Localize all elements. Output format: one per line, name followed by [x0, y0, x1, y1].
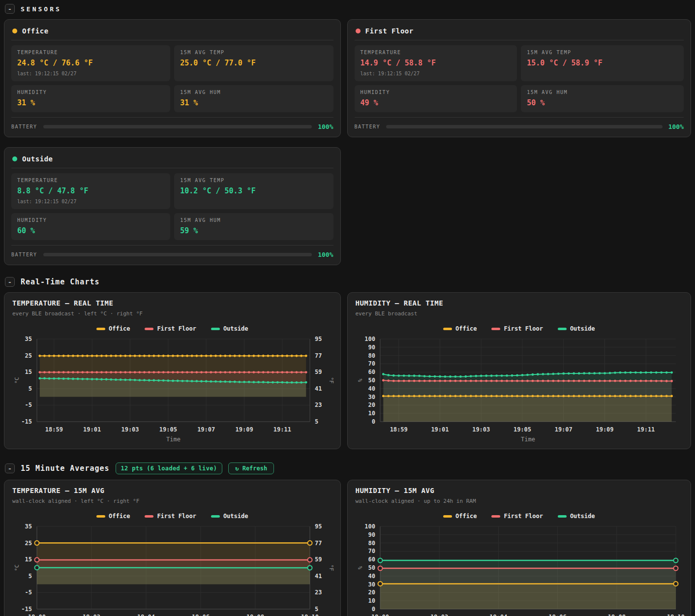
legend-item[interactable]: First Floor — [491, 325, 543, 332]
svg-text:40: 40 — [368, 573, 375, 580]
legend-item[interactable]: Outside — [211, 513, 248, 520]
svg-text:30: 30 — [368, 394, 375, 400]
humidity-avg-chart-card: HUMIDITY — 15M AVG wall-clock aligned · … — [347, 480, 691, 616]
metric-tiles: TEMPERATURE 8.8 °C / 47.8 °F last: 19:12… — [11, 173, 333, 240]
svg-text:0: 0 — [371, 418, 375, 425]
svg-text:19:04: 19:04 — [489, 614, 507, 616]
svg-text:15: 15 — [25, 556, 32, 563]
svg-text:80: 80 — [368, 540, 375, 547]
svg-text:100: 100 — [364, 523, 375, 530]
legend-label: Office — [109, 325, 130, 332]
humidity-realtime-chart: 100908070605040302010018:5919:0119:0319:… — [356, 335, 683, 444]
svg-text:95: 95 — [315, 336, 322, 342]
temperature-label: TEMPERATURE — [17, 50, 164, 55]
temperature-label: TEMPERATURE — [361, 50, 512, 55]
realtime-collapse-button[interactable]: - — [5, 277, 15, 287]
svg-text:-15: -15 — [21, 418, 32, 425]
sensors-section-header: - SENSORS — [5, 4, 691, 14]
legend-item[interactable]: Office — [96, 513, 130, 520]
divider — [11, 168, 333, 168]
legend-swatch — [491, 515, 500, 518]
points-count-badge: 12 pts (6 loaded + 6 live) — [116, 462, 223, 474]
battery-percent: 100% — [318, 123, 333, 130]
svg-text:19:08: 19:08 — [246, 614, 264, 616]
svg-text:41: 41 — [315, 385, 322, 392]
legend-swatch — [145, 328, 153, 330]
temp-avg-chart-card: TEMPERATURE — 15M AVG wall-clock aligned… — [4, 480, 341, 616]
svg-text:19:07: 19:07 — [197, 426, 215, 433]
legend-item[interactable]: Outside — [558, 325, 595, 332]
metric-tiles: TEMPERATURE 14.9 °C / 58.8 °F last: 19:1… — [355, 45, 684, 112]
svg-text:19:03: 19:03 — [121, 426, 139, 433]
legend-item[interactable]: Outside — [211, 325, 248, 332]
legend-swatch — [96, 515, 105, 518]
svg-text:25: 25 — [25, 540, 32, 547]
sensors-collapse-button[interactable]: - — [5, 4, 15, 14]
refresh-button[interactable]: ↻ Refresh — [228, 462, 274, 474]
sensor-card-first-floor: First Floor TEMPERATURE 14.9 °C / 58.8 °… — [347, 19, 691, 137]
avg-hum-value: 50 % — [527, 98, 678, 107]
svg-text:10: 10 — [368, 410, 375, 417]
legend-item[interactable]: Office — [443, 513, 477, 520]
svg-text:19:04: 19:04 — [137, 614, 155, 616]
svg-text:5: 5 — [315, 606, 318, 613]
svg-text:19:00: 19:00 — [371, 614, 389, 616]
legend-item[interactable]: Office — [443, 325, 477, 332]
temperature-tile: TEMPERATURE 8.8 °C / 47.8 °F last: 19:12… — [11, 173, 170, 209]
humidity-tile: HUMIDITY 31 % — [11, 85, 170, 112]
svg-text:19:09: 19:09 — [596, 426, 613, 433]
temp-realtime-chart: 359525771559541-523-15518:5919:0119:0319… — [12, 335, 332, 444]
legend-item[interactable]: Outside — [558, 513, 595, 520]
svg-text:0: 0 — [371, 606, 375, 613]
avg-hum-value: 31 % — [180, 98, 327, 107]
svg-text:19:00: 19:00 — [28, 614, 46, 616]
legend-label: Office — [109, 513, 130, 520]
svg-text:18:59: 18:59 — [390, 426, 407, 433]
svg-text:19:01: 19:01 — [431, 426, 449, 433]
legend-item[interactable]: First Floor — [491, 513, 543, 520]
battery-percent: 100% — [668, 123, 684, 130]
svg-text:77: 77 — [315, 352, 322, 359]
svg-text:95: 95 — [315, 523, 322, 530]
status-dot — [12, 156, 17, 161]
svg-text:19:11: 19:11 — [637, 426, 655, 433]
realtime-section-header: - Real-Time Charts — [5, 277, 691, 287]
legend-item[interactable]: First Floor — [145, 513, 196, 520]
svg-text:80: 80 — [368, 352, 375, 359]
humidity-avg-chart: 100908070605040302010019:0019:0219:0419:… — [356, 523, 683, 616]
legend-swatch — [145, 515, 153, 518]
svg-text:19:02: 19:02 — [83, 614, 100, 616]
svg-text:19:11: 19:11 — [273, 426, 291, 433]
legend-swatch — [211, 515, 220, 518]
legend-label: Outside — [570, 325, 595, 332]
legend-label: First Floor — [157, 325, 196, 332]
svg-text:70: 70 — [368, 360, 375, 367]
svg-text:25: 25 — [25, 352, 32, 359]
averages-collapse-button[interactable]: - — [5, 463, 15, 473]
chart-subtitle: wall-clock aligned · up to 24h in RAM — [356, 498, 683, 504]
avg-temp-tile: 15M AVG TEMP 25.0 °C / 77.0 °F — [174, 45, 333, 81]
temperature-label: TEMPERATURE — [17, 178, 164, 183]
legend-item[interactable]: Office — [96, 325, 130, 332]
svg-text:5: 5 — [29, 573, 32, 580]
svg-text:%: % — [357, 378, 363, 382]
svg-text:15: 15 — [25, 369, 32, 375]
divider — [11, 40, 333, 40]
legend-item[interactable]: First Floor — [145, 325, 196, 332]
battery-row: BATTERY 100% — [355, 118, 684, 130]
humidity-value: 49 % — [361, 98, 512, 107]
svg-text:5: 5 — [29, 385, 32, 392]
svg-text:19:07: 19:07 — [554, 426, 572, 433]
legend-label: Outside — [223, 325, 248, 332]
svg-text:°F: °F — [328, 377, 334, 383]
svg-text:40: 40 — [368, 385, 375, 392]
svg-text:19:06: 19:06 — [548, 614, 566, 616]
legend-label: Office — [455, 325, 477, 332]
humidity-label: HUMIDITY — [17, 217, 164, 223]
svg-text:Time: Time — [521, 436, 535, 443]
svg-text:60: 60 — [368, 556, 375, 563]
battery-label: BATTERY — [11, 252, 37, 257]
svg-text:60: 60 — [368, 369, 375, 375]
svg-text:41: 41 — [315, 573, 322, 580]
chart-legend: OfficeFirst FloorOutside — [12, 513, 332, 520]
